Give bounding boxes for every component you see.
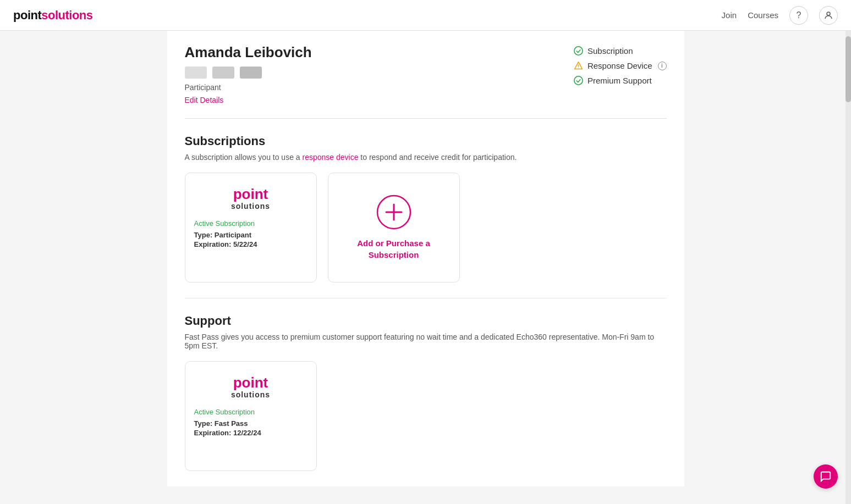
ps-solutions-support: solutions [231, 391, 270, 399]
support-type: Type: Fast Pass [194, 419, 248, 428]
navbar: pointsolutions Join Courses ? [0, 0, 851, 31]
ps-logo-sub: point solutions [231, 186, 270, 211]
subscription-status-label: Subscription [588, 46, 633, 56]
sub-expiry-key: Expiration: [194, 240, 232, 248]
add-subscription-card[interactable]: Add or Purchase aSubscription [328, 173, 460, 283]
support-expiry-value: 12/22/24 [233, 429, 261, 437]
profile-section: Amanda Leibovich Participant Edit Detail… [185, 31, 667, 119]
status-subscription: Subscription [574, 46, 667, 56]
support-title: Support [185, 314, 667, 328]
ps-solutions-sub: solutions [231, 202, 270, 211]
status-response-device: Response Device i [574, 61, 667, 70]
join-link[interactable]: Join [722, 10, 737, 20]
svg-point-1 [574, 47, 583, 55]
subscriptions-desc: A subscription allows you to use a respo… [185, 153, 667, 162]
subscriptions-section: Subscriptions A subscription allows you … [185, 119, 667, 298]
help-button[interactable]: ? [789, 6, 808, 25]
chat-icon [820, 470, 832, 483]
courses-link[interactable]: Courses [748, 10, 778, 20]
check-icon-subscription [574, 46, 583, 56]
info-icon: i [658, 62, 667, 70]
svg-point-3 [578, 68, 579, 68]
user-button[interactable] [819, 6, 838, 25]
scrollbar[interactable] [845, 31, 851, 486]
ps-logo-support: point solutions [231, 375, 270, 399]
sub-active-label: Active Subscription [194, 219, 255, 228]
avatar-row [185, 67, 312, 79]
response-device-label: Response Device [588, 61, 652, 70]
add-card-label: Add or Purchase aSubscription [357, 237, 430, 261]
sub-expiry: Expiration: 5/22/24 [194, 240, 257, 248]
support-type-value: Fast Pass [215, 419, 248, 428]
active-support-card[interactable]: point solutions Active Subscription Type… [185, 361, 317, 471]
logo-point: point [13, 8, 41, 23]
support-expiry-key: Expiration: [194, 429, 232, 437]
support-desc: Fast Pass gives you access to premium cu… [185, 333, 667, 350]
add-circle-icon [376, 195, 411, 230]
profile-name: Amanda Leibovich [185, 44, 312, 61]
participant-label: Participant [185, 83, 312, 92]
subscriptions-title: Subscriptions [185, 134, 667, 148]
svg-point-0 [827, 12, 830, 15]
avatar-block-2 [212, 67, 234, 79]
support-cards-row: point solutions Active Subscription Type… [185, 361, 667, 471]
help-icon: ? [797, 10, 801, 20]
scrollbar-thumb[interactable] [845, 36, 851, 102]
logo-solutions: solutions [41, 8, 92, 23]
support-type-key: Type: [194, 419, 213, 428]
chat-button[interactable] [814, 464, 838, 486]
main-content: Amanda Leibovich Participant Edit Detail… [167, 31, 684, 486]
sub-type-key: Type: [194, 231, 213, 239]
active-subscription-card[interactable]: point solutions Active Subscription Type… [185, 173, 317, 283]
sub-type-value: Participant [215, 231, 251, 239]
ps-point-sub: point [231, 186, 270, 202]
support-expiry: Expiration: 12/22/24 [194, 429, 261, 437]
profile-left: Amanda Leibovich Participant Edit Detail… [185, 44, 312, 105]
premium-support-label: Premium Support [588, 76, 652, 85]
edit-details-link[interactable]: Edit Details [185, 96, 224, 104]
avatar-block-3 [240, 67, 262, 79]
support-section: Support Fast Pass gives you access to pr… [185, 298, 667, 486]
svg-point-4 [574, 76, 583, 85]
subscriptions-cards-row: point solutions Active Subscription Type… [185, 173, 667, 283]
logo: pointsolutions [13, 8, 93, 23]
support-active-label: Active Subscription [194, 408, 255, 416]
warning-icon [574, 61, 583, 70]
sub-type: Type: Participant [194, 231, 252, 239]
user-icon [823, 10, 833, 20]
navbar-right: Join Courses ? [722, 6, 838, 25]
sub-expiry-value: 5/22/24 [233, 240, 257, 248]
avatar-block-1 [185, 67, 207, 79]
ps-point-support: point [231, 375, 270, 391]
profile-right: Subscription Response Device i Premium S… [574, 44, 667, 85]
response-device-link[interactable]: response device [303, 153, 359, 162]
status-premium-support: Premium Support [574, 76, 667, 85]
check-icon-support [574, 76, 583, 85]
